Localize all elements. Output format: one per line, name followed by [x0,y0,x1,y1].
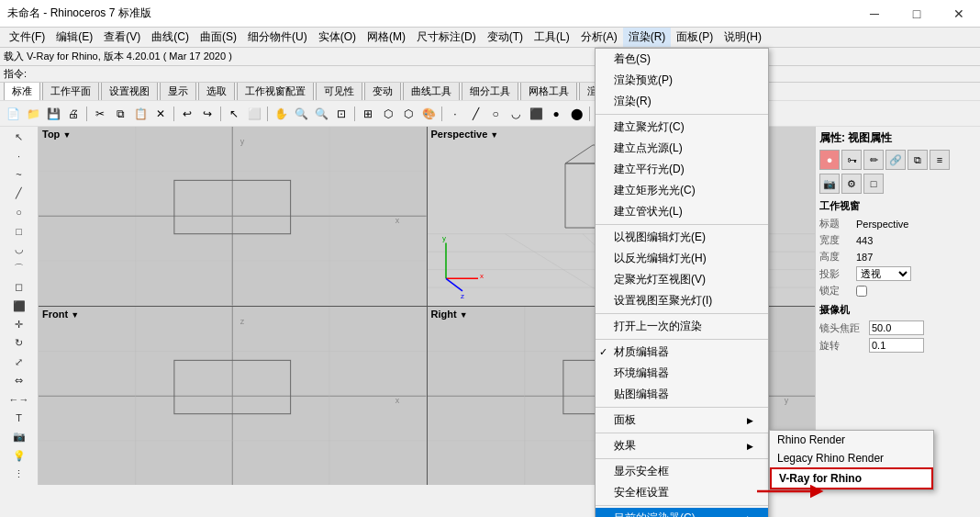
menu-help[interactable]: 说明(H) [718,28,767,47]
viewport-top[interactable]: x y Top ▼ [39,127,427,306]
lt-curve[interactable]: ~ [3,166,36,184]
menu-render-tubelight[interactable]: 建立管状光(L) [596,201,768,222]
menu-curve[interactable]: 曲线(C) [146,28,195,47]
lt-move[interactable]: ✛ [3,316,36,333]
menu-view[interactable]: 查看(V) [98,28,146,47]
menu-transform[interactable]: 变动(T) [482,28,529,47]
viewport-front-label[interactable]: Front ▼ [42,309,79,320]
tool-redo[interactable]: ↪ [198,105,217,123]
tool-point[interactable]: · [446,105,464,123]
tool-zoom-extent[interactable]: ⊡ [332,105,351,123]
tool-zoom-out[interactable]: 🔍 [312,105,330,123]
menu-render-effects[interactable]: 效果 ▶ [596,435,768,456]
panel-icon-camera[interactable]: 📷 [819,174,840,194]
panel-icon-gear[interactable]: ⚙ [841,174,862,194]
panel-input-focal[interactable] [869,320,924,335]
tab-standard[interactable]: 标准 [4,83,40,101]
minimize-button[interactable]: ─ [853,0,896,28]
lt-scale[interactable]: ⤢ [3,354,36,371]
menu-subdivision[interactable]: 细分物件(U) [242,28,313,47]
tool-grid[interactable]: ⊞ [359,105,377,123]
panel-select-projection[interactable]: 透视 平行 [856,266,911,281]
lt-extra[interactable]: ⋮ [3,466,36,483]
tool-wire[interactable]: ⬡ [379,105,397,123]
tool-delete[interactable]: ✕ [151,105,170,123]
maximize-button[interactable]: □ [896,0,938,28]
tool-print[interactable]: 🖨 [64,105,83,123]
viewport-perspective-label[interactable]: Perspective ▼ [431,129,499,140]
menu-render-material-editor[interactable]: 材质编辑器 [596,342,768,363]
tool-paste[interactable]: 📋 [131,105,150,123]
lt-rotate[interactable]: ↻ [3,334,36,352]
lt-rect[interactable]: □ [3,222,36,240]
menu-render-view-to-spotlight[interactable]: 设置视图至聚光灯(I) [596,290,768,311]
tab-workplane[interactable]: 工作平面 [42,83,99,101]
tool-arc[interactable]: ◡ [507,105,525,123]
tool-window-select[interactable]: ⬜ [245,105,263,123]
menu-render-rectlight[interactable]: 建立矩形光光(C) [596,180,768,201]
lt-select[interactable]: ↖ [3,129,36,146]
menu-render-safe-frame[interactable]: 显示安全框 [596,461,768,482]
tool-sphere[interactable]: ● [547,105,565,123]
lt-light[interactable]: 💡 [3,446,36,464]
command-input[interactable] [30,69,157,80]
lt-text[interactable]: T [3,410,36,427]
menu-analysis[interactable]: 分析(A) [575,28,623,47]
menu-surface[interactable]: 曲面(S) [195,28,242,47]
panel-icon-pencil[interactable]: ✏ [863,150,884,170]
menu-render-safe-settings[interactable]: 安全框设置 [596,482,768,503]
lt-camera[interactable]: 📷 [3,428,36,445]
tool-box[interactable]: ⬛ [527,105,545,123]
menu-render[interactable]: 渲染(R) [623,28,672,47]
menu-render-preview[interactable]: 渲染预览(P) [596,70,768,91]
panel-icon-object[interactable]: ● [819,150,840,170]
tab-subdivision-tools[interactable]: 细分工具 [462,83,518,101]
panel-icon-menu[interactable]: ≡ [930,150,950,170]
tool-render-icon[interactable]: 🎨 [419,105,438,123]
menu-render-spotlight[interactable]: 建立聚光灯(C) [596,117,768,138]
tool-select[interactable]: ↖ [225,105,243,123]
lt-line[interactable]: ╱ [3,185,36,202]
tool-open[interactable]: 📁 [24,105,42,123]
tool-shade[interactable]: ⬡ [399,105,418,123]
menu-render-current-renderer[interactable]: 目前的渲染器(C) ▶ [596,508,768,517]
submenu-rhino-render[interactable]: Rhino Render [770,431,933,449]
submenu-legacy-rhino-render[interactable]: Legacy Rhino Render [770,449,933,467]
tool-pan[interactable]: ✋ [272,105,290,123]
lt-box[interactable]: ⬛ [3,297,36,314]
lt-circle[interactable]: ○ [3,204,36,221]
menu-render-texture-editor[interactable]: 贴图编辑器 [596,384,768,405]
menu-edit[interactable]: 编辑(E) [50,28,98,47]
menu-file[interactable]: 文件(F) [4,28,50,47]
submenu-vray-for-rhino[interactable]: V-Ray for Rhino [770,467,933,489]
panel-icon-material[interactable]: 🗝 [841,150,862,170]
tab-curvelines[interactable]: 曲线工具 [403,83,460,101]
lt-surface[interactable]: ◻ [3,278,36,296]
lt-point[interactable]: · [3,147,36,164]
menu-dimension[interactable]: 尺寸标注(D) [411,28,482,47]
menu-panels[interactable]: 面板(P) [671,28,718,47]
lt-dim[interactable]: ←→ [3,390,36,408]
viewport-front[interactable]: x z Front ▼ [39,307,427,486]
tool-line[interactable]: ╱ [466,105,484,123]
viewport-top-label[interactable]: Top ▼ [42,129,71,140]
menu-render-dirlight[interactable]: 建立平行光(D) [596,159,768,180]
tool-cut[interactable]: ✂ [91,105,109,123]
tab-visibility[interactable]: 可见性 [316,83,362,101]
lt-arc[interactable]: ◡ [3,241,36,258]
menu-render-panels[interactable]: 面板 ▶ [596,410,768,431]
tool-zoom-in[interactable]: 🔍 [292,105,310,123]
lt-mirror[interactable]: ⇔ [3,372,36,389]
panel-checkbox-lock[interactable] [856,286,867,297]
tab-display[interactable]: 显示 [160,83,196,101]
tab-transform[interactable]: 变动 [364,83,401,101]
menu-render-edit-from-view[interactable]: 以视图编辑灯光(E) [596,227,768,248]
menu-render-edit-from-reflect[interactable]: 以反光编辑灯光(H) [596,248,768,269]
menu-render-open-last[interactable]: 打开上一次的渲染 [596,316,768,337]
panel-icon-copy[interactable]: ⧉ [908,150,928,170]
tab-mesh-tools[interactable]: 网格工具 [520,83,577,101]
tab-viewport-config[interactable]: 工作视窗配置 [237,83,314,101]
menu-render-shade[interactable]: 着色(S) [596,49,768,70]
panel-icon-link[interactable]: 🔗 [885,150,906,170]
tool-cylinder[interactable]: ⬤ [567,105,585,123]
